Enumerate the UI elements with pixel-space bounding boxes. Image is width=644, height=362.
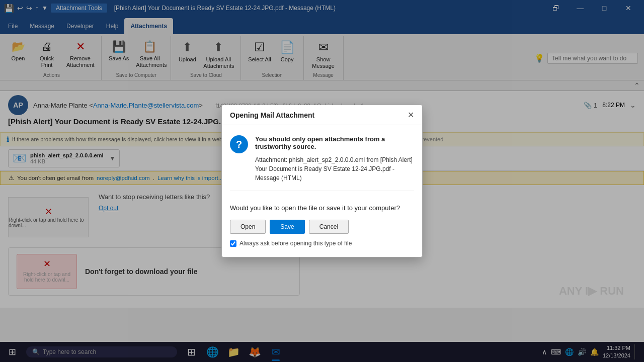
always-ask-checkbox[interactable] (230, 240, 236, 247)
modal-icon-row: ? You should only open attachments from … (230, 135, 414, 183)
modal-buttons: Open Save Cancel (230, 220, 414, 234)
modal-dialog: Opening Mail Attachment ✕ ? You should o… (221, 105, 423, 257)
modal-title-bar: Opening Mail Attachment ✕ (222, 105, 422, 125)
modal-title: Opening Mail Attachment (230, 111, 314, 119)
modal-question-area: Would you like to open the file or save … (230, 191, 414, 247)
modal-question-icon: ? (230, 135, 248, 153)
modal-close-btn[interactable]: ✕ (408, 110, 414, 120)
modal-overlay: Opening Mail Attachment ✕ ? You should o… (0, 0, 644, 362)
modal-question-text: Would you like to open the file or save … (230, 204, 414, 212)
always-ask-label[interactable]: Always ask before opening this type of f… (239, 240, 352, 247)
modal-warning-text: You should only open attachments from a … (255, 135, 414, 150)
modal-cancel-btn[interactable]: Cancel (309, 220, 349, 234)
modal-detail-text: Attachment: phish_alert_sp2_2.0.0.0.eml … (255, 155, 414, 183)
modal-checkbox-row: Always ask before opening this type of f… (230, 240, 414, 247)
modal-open-btn[interactable]: Open (230, 220, 266, 234)
modal-body: ? You should only open attachments from … (222, 125, 422, 257)
modal-save-btn[interactable]: Save (270, 220, 304, 234)
modal-text-area: You should only open attachments from a … (255, 135, 414, 183)
